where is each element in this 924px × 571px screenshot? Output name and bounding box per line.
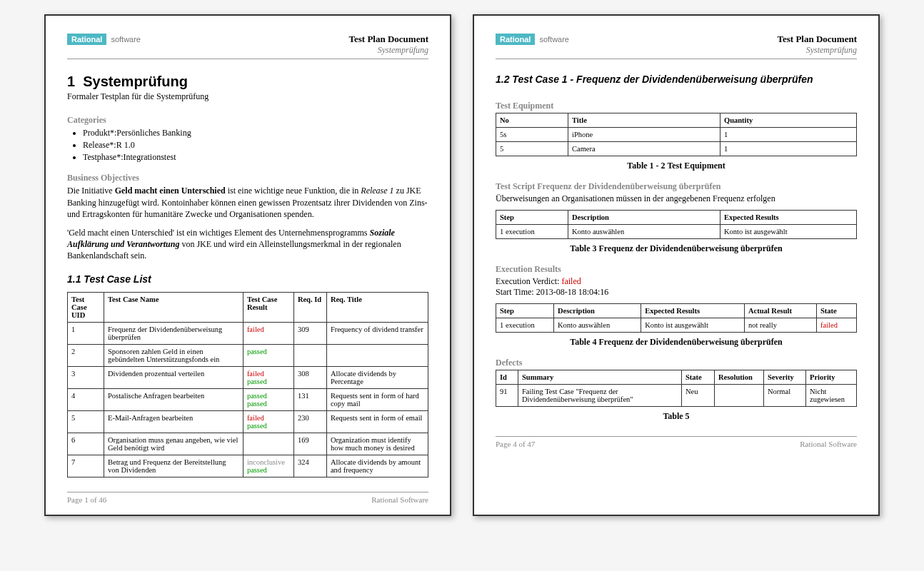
table-row: 1 executionKonto auswählenKonto ist ausg…	[496, 318, 857, 333]
cell-step: 1 execution	[496, 225, 568, 239]
equipment-label: Test Equipment	[496, 101, 857, 111]
table-row: 7 Betrag und Frequenz der Bereitstellung…	[68, 455, 428, 477]
cell-reqtitle: Allocate dividends by Percentage	[326, 366, 428, 388]
subsection-heading: 1.1 Test Case List	[67, 273, 428, 285]
cell-severity: Normal	[764, 385, 806, 407]
list-item: Produkt*:Persönliches Banking	[83, 127, 428, 139]
table-header-row: Step Description Expected Results Actual…	[496, 304, 857, 318]
cell-result: passedpassed	[243, 388, 293, 410]
cell-priority: Nicht zugewiesen	[806, 385, 857, 407]
text: 'Geld macht einen Unterschied' ist ein w…	[67, 228, 370, 238]
execution-verdict-line: Execution Verdict: failed	[496, 276, 857, 287]
section-heading: 1 Systemprüfung	[67, 74, 428, 90]
th-step: Step	[496, 211, 568, 225]
cell-uid: 4	[68, 388, 104, 410]
defects-caption: Table 5	[496, 411, 857, 422]
th-summary: Summary	[518, 370, 682, 385]
script-description: Überweisungen an Organisationen müssen i…	[496, 193, 857, 204]
table-row: 5 E-Mail-Anfragen bearbeiten failedpasse…	[68, 410, 428, 433]
script-table: Step Description Expected Results 1 exec…	[496, 210, 857, 239]
doc-title: Test Plan Document	[349, 34, 428, 45]
categories-label: Categories	[67, 115, 428, 126]
table-row: 5Camera1	[496, 142, 857, 156]
cell-no: 5s	[496, 128, 568, 142]
script-caption: Table 3 Frequenz der Dividendenüberweisu…	[496, 243, 857, 254]
text: ist eine wichtige neue Funktion, die in	[226, 186, 361, 196]
rational-logo: Rational software	[496, 34, 572, 45]
text: Die Initiative	[67, 186, 115, 196]
page-header: Rational software Test Plan Document Sys…	[67, 34, 428, 59]
cell-reqtitle: Organization must identify how much mone…	[326, 433, 428, 455]
cell-id: 91	[496, 385, 518, 407]
cell-reqid: 169	[293, 433, 326, 455]
th-qty: Quantity	[720, 113, 857, 128]
cell-reqtitle: Requests sent in form of hard copy mail	[326, 388, 428, 410]
cell-reqtitle	[326, 344, 428, 366]
header-right: Test Plan Document Systemprüfung	[349, 34, 428, 56]
th-state: State	[817, 304, 857, 318]
table-row: 5siPhone1	[496, 128, 857, 142]
doc-subtitle: Systemprüfung	[349, 45, 428, 56]
cell-summary: Failing Test Case "Frequenz der Dividend…	[518, 385, 682, 407]
cell-resolution	[715, 385, 764, 407]
table-row: 2 Sponsoren zahlen Geld in einen gebünde…	[68, 344, 428, 366]
defects-table: Id Summary State Resolution Severity Pri…	[496, 370, 857, 407]
cell-result: inconclusivepassed	[243, 455, 293, 477]
cell-name: Sponsoren zahlen Geld in einen gebündelt…	[104, 344, 243, 366]
th-actual: Actual Result	[745, 304, 817, 318]
table-row: 91Failing Test Case "Frequenz der Divide…	[496, 385, 857, 407]
cell-reqtitle: Requests sent in form of email	[326, 410, 428, 433]
cell-result: failedpassed	[243, 410, 293, 433]
th-exp: Expected Results	[641, 304, 745, 318]
execution-caption: Table 4 Frequenz der Dividendenüberweisu…	[496, 337, 857, 348]
cell-uid: 2	[68, 344, 104, 366]
cell-qty: 1	[720, 128, 857, 142]
cell-uid: 5	[68, 410, 104, 433]
th-name: Test Case Name	[104, 292, 243, 322]
table-row: 6 Organisation muss genau angeben, wie v…	[68, 433, 428, 455]
footer-company: Rational Software	[371, 495, 428, 504]
text-bold: Geld macht einen Unterschied	[115, 186, 226, 196]
th-result: Test Case Result	[243, 292, 293, 322]
execution-label: Execution Results	[496, 264, 857, 275]
doc-title: Test Plan Document	[778, 34, 857, 45]
document-page-4: Rational software Test Plan Document Sys…	[473, 14, 880, 516]
cell-state: Neu	[682, 385, 715, 407]
table-header-row: Id Summary State Resolution Severity Pri…	[496, 370, 857, 385]
objectives-para-1: Die Initiative Geld macht einen Untersch…	[67, 185, 428, 220]
verdict-value: failed	[561, 276, 581, 286]
table-row: 4 Postalische Anfragen bearbeiten passed…	[68, 388, 428, 410]
cell-title: Camera	[568, 142, 720, 156]
th-priority: Priority	[806, 370, 857, 385]
cell-reqid	[293, 344, 326, 366]
list-item: Testphase*:Integrationstest	[83, 151, 428, 163]
cell-name: Organisation muss genau angeben, wie vie…	[104, 433, 243, 455]
th-desc: Description	[554, 304, 641, 318]
execution-table: Step Description Expected Results Actual…	[496, 303, 857, 333]
cell-qty: 1	[720, 142, 857, 156]
doc-subtitle: Systemprüfung	[778, 45, 857, 56]
cell-result: passed	[243, 344, 293, 366]
list-item: Release*:R 1.0	[83, 139, 428, 151]
text-italic: Release 1	[361, 186, 393, 196]
cell-reqtitle: Allocate dividends by amount and frequen…	[326, 455, 428, 477]
cell-actual: not really	[745, 318, 817, 333]
categories-list: Produkt*:Persönliches Banking Release*:R…	[83, 127, 428, 163]
footer-page-num: Page 4 of 47	[496, 440, 535, 448]
cell-result: failed	[243, 322, 293, 344]
cell-uid: 3	[68, 366, 104, 388]
test-case-table: Test Case UID Test Case Name Test Case R…	[67, 292, 428, 477]
cell-reqid: 324	[293, 455, 326, 477]
cell-uid: 1	[68, 322, 104, 344]
cell-step: 1 execution	[496, 318, 554, 333]
cell-result: failedpassed	[243, 366, 293, 388]
text: Execution Verdict:	[496, 276, 561, 286]
th-title: Title	[568, 113, 720, 128]
cell-name: Dividenden prozentual verteilen	[104, 366, 243, 388]
cell-uid: 6	[68, 433, 104, 455]
section-title: Systemprüfung	[83, 74, 188, 89]
th-reqtitle: Req. Title	[326, 292, 428, 322]
logo-software-text: software	[536, 34, 572, 45]
th-resolution: Resolution	[715, 370, 764, 385]
th-state: State	[682, 370, 715, 385]
